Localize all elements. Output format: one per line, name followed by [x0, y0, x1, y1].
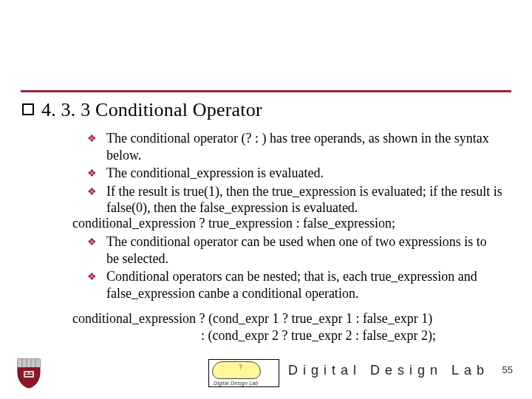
bullet-list-1: ❖ The conditional operator (? : ) has tr… — [87, 130, 502, 218]
cloud-icon — [212, 361, 261, 379]
checkbox-icon — [22, 103, 34, 115]
page-number: 55 — [502, 364, 513, 375]
bullet-text: If the result is true(1), then the true_… — [106, 183, 502, 216]
footer: ? Digital Design Lab Digital Design Lab … — [0, 356, 532, 389]
diamond-icon: ❖ — [87, 165, 99, 182]
list-item: ❖ The conditional operator (? : ) has tr… — [87, 130, 502, 163]
logo-caption: Digital Design Lab — [214, 381, 258, 386]
svg-rect-2 — [30, 372, 33, 374]
footer-title: Digital Design Lab — [288, 363, 489, 378]
svg-rect-1 — [25, 372, 28, 374]
bullet-text: Conditional operators can be nested; tha… — [106, 268, 502, 301]
code-line: : (cond_expr 2 ? true_expr 2 : false_exp… — [72, 327, 436, 344]
bullet-text: The conditional operator can be used whe… — [106, 233, 502, 267]
list-item: ❖ The conditional operator can be used w… — [87, 233, 502, 267]
bullet-text: The conditional operator (? : ) has tree… — [106, 130, 502, 163]
diamond-icon: ❖ — [87, 268, 99, 301]
bullet-text: The conditional_expression is evaluated. — [106, 165, 502, 182]
syntax-line-2: conditional_expression ? (cond_expr 1 ? … — [72, 310, 436, 345]
code-line: conditional_expression ? (cond_expr 1 ? … — [72, 310, 436, 327]
diamond-icon: ❖ — [87, 233, 99, 267]
list-item: ❖ The conditional_expression is evaluate… — [87, 165, 502, 182]
diamond-icon: ❖ — [87, 183, 99, 216]
bullet-list-2: ❖ The conditional operator can be used w… — [87, 233, 502, 303]
list-item: ❖ If the result is true(1), then the tru… — [87, 183, 502, 216]
logo-box: ? Digital Design Lab — [208, 359, 279, 387]
svg-rect-0 — [24, 371, 34, 378]
header-rule — [21, 90, 511, 92]
shield-icon — [16, 358, 41, 389]
diamond-icon: ❖ — [87, 130, 99, 163]
syntax-line-1: conditional_expression ? true_expression… — [72, 216, 395, 231]
svg-rect-3 — [25, 375, 33, 376]
question-icon: ? — [239, 362, 242, 371]
title-row: 4. 3. 3 Conditional Operator — [22, 99, 262, 121]
list-item: ❖ Conditional operators can be nested; t… — [87, 268, 502, 301]
slide-title: 4. 3. 3 Conditional Operator — [41, 99, 262, 121]
